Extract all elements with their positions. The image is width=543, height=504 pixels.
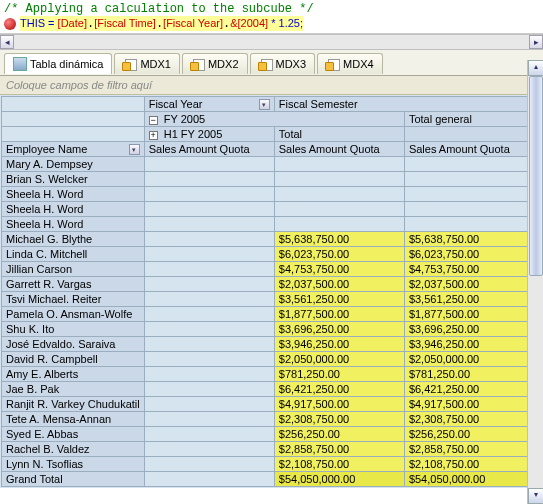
tab-mdx4[interactable]: MDX4 <box>317 53 383 74</box>
code-horizontal-scrollbar[interactable]: ◂ ▸ <box>0 34 543 50</box>
data-cell-total-general[interactable]: $2,858,750.00 <box>404 442 534 457</box>
col-header-h1fy2005[interactable]: + H1 FY 2005 <box>144 127 274 142</box>
data-cell-total-general[interactable]: $4,753,750.00 <box>404 262 534 277</box>
data-cell-total-general[interactable]: $4,917,500.00 <box>404 397 534 412</box>
data-cell-total[interactable]: $4,753,750.00 <box>274 262 404 277</box>
employee-name-cell[interactable]: Shu K. Ito <box>2 322 145 337</box>
col-header-fy2005[interactable]: − FY 2005 <box>144 112 404 127</box>
data-cell-total-general[interactable]: $6,421,250.00 <box>404 382 534 397</box>
data-cell-total[interactable]: $2,037,500.00 <box>274 277 404 292</box>
tab-mdx1[interactable]: MDX1 <box>114 53 180 74</box>
scroll-up-button[interactable]: ▴ <box>528 60 543 76</box>
tab-mdx2[interactable]: MDX2 <box>182 53 248 74</box>
employee-name-cell[interactable]: Mary A. Dempsey <box>2 157 145 172</box>
data-cell-h1[interactable] <box>144 217 274 232</box>
measure-header-1[interactable]: Sales Amount Quota <box>144 142 274 157</box>
dropdown-icon[interactable]: ▾ <box>259 99 270 110</box>
employee-name-cell[interactable]: Michael G. Blythe <box>2 232 145 247</box>
data-cell-h1[interactable] <box>144 262 274 277</box>
vertical-scrollbar[interactable]: ▴ ▾ <box>527 60 543 504</box>
employee-name-cell[interactable]: Brian S. Welcker <box>2 172 145 187</box>
employee-name-cell[interactable]: Lynn N. Tsoflias <box>2 457 145 472</box>
data-cell-total-general[interactable]: $256,250.00 <box>404 427 534 442</box>
scroll-thumb[interactable] <box>529 76 543 276</box>
data-cell-h1[interactable] <box>144 172 274 187</box>
dropdown-icon[interactable]: ▾ <box>129 144 140 155</box>
col-header-fiscal-year[interactable]: Fiscal Year ▾ <box>144 97 274 112</box>
data-cell-total[interactable] <box>274 187 404 202</box>
data-cell-total[interactable]: $6,023,750.00 <box>274 247 404 262</box>
employee-name-cell[interactable]: Sheela H. Word <box>2 202 145 217</box>
data-cell-h1[interactable] <box>144 442 274 457</box>
data-cell-total-general[interactable]: $2,050,000.00 <box>404 352 534 367</box>
data-cell-total[interactable]: $3,946,250.00 <box>274 337 404 352</box>
employee-name-cell[interactable]: Linda C. Mitchell <box>2 247 145 262</box>
data-cell-h1[interactable] <box>144 292 274 307</box>
data-cell-total-general[interactable]: $6,023,750.00 <box>404 247 534 262</box>
data-cell-total-general[interactable]: $2,308,750.00 <box>404 412 534 427</box>
employee-name-cell[interactable]: Sheela H. Word <box>2 217 145 232</box>
data-cell-total[interactable]: $4,917,500.00 <box>274 397 404 412</box>
data-cell-total-general[interactable]: $3,946,250.00 <box>404 337 534 352</box>
employee-name-cell[interactable]: Jae B. Pak <box>2 382 145 397</box>
data-cell-total[interactable]: $781,250.00 <box>274 367 404 382</box>
data-cell-h1[interactable] <box>144 397 274 412</box>
data-cell-h1[interactable] <box>144 187 274 202</box>
data-cell-h1[interactable] <box>144 157 274 172</box>
employee-name-cell[interactable]: Tsvi Michael. Reiter <box>2 292 145 307</box>
employee-name-cell[interactable]: Sheela H. Word <box>2 187 145 202</box>
collapse-icon[interactable]: − <box>149 116 158 125</box>
data-cell-total[interactable] <box>274 202 404 217</box>
data-cell-total[interactable]: $2,050,000.00 <box>274 352 404 367</box>
data-cell-total-general[interactable]: $2,037,500.00 <box>404 277 534 292</box>
scroll-right-button[interactable]: ▸ <box>529 35 543 49</box>
data-cell-h1[interactable] <box>144 247 274 262</box>
data-cell-h1[interactable] <box>144 367 274 382</box>
data-cell-total[interactable] <box>274 217 404 232</box>
row-header-employee-name[interactable]: Employee Name ▾ <box>2 142 145 157</box>
data-cell-total[interactable]: $2,108,750.00 <box>274 457 404 472</box>
data-cell-h1[interactable] <box>144 322 274 337</box>
data-cell-total[interactable]: $6,421,250.00 <box>274 382 404 397</box>
data-cell-total[interactable] <box>274 157 404 172</box>
data-cell-total[interactable]: $3,561,250.00 <box>274 292 404 307</box>
data-cell-total-general[interactable]: $3,696,250.00 <box>404 322 534 337</box>
data-cell-total-general[interactable]: $3,561,250.00 <box>404 292 534 307</box>
data-cell-h1[interactable] <box>144 382 274 397</box>
employee-name-cell[interactable]: Pamela O. Ansman-Wolfe <box>2 307 145 322</box>
data-cell-h1[interactable] <box>144 277 274 292</box>
data-cell-h1[interactable] <box>144 337 274 352</box>
data-cell-total[interactable]: $5,638,750.00 <box>274 232 404 247</box>
measure-header-2[interactable]: Sales Amount Quota <box>274 142 404 157</box>
data-cell-total-general[interactable]: $2,108,750.00 <box>404 457 534 472</box>
data-cell-total-general[interactable]: $781,250.00 <box>404 367 534 382</box>
code-statement[interactable]: THIS = [Date].[Fiscal Time].[Fiscal Year… <box>20 16 303 31</box>
data-cell-total-general[interactable] <box>404 217 534 232</box>
data-cell-total-general[interactable] <box>404 172 534 187</box>
data-cell-total-general[interactable] <box>404 187 534 202</box>
data-cell-total-general[interactable] <box>404 157 534 172</box>
col-header-total[interactable]: Total <box>274 127 404 142</box>
data-cell-h1[interactable] <box>144 457 274 472</box>
tab-mdx3[interactable]: MDX3 <box>250 53 316 74</box>
data-cell-total[interactable]: $2,858,750.00 <box>274 442 404 457</box>
employee-name-cell[interactable]: Tete A. Mensa-Annan <box>2 412 145 427</box>
employee-name-cell[interactable]: José Edvaldo. Saraiva <box>2 337 145 352</box>
data-cell-h1[interactable] <box>144 232 274 247</box>
employee-name-cell[interactable]: Syed E. Abbas <box>2 427 145 442</box>
breakpoint-icon[interactable] <box>4 18 16 30</box>
data-cell-total-general[interactable]: $1,877,500.00 <box>404 307 534 322</box>
scroll-left-button[interactable]: ◂ <box>0 35 14 49</box>
data-cell-total[interactable]: $2,308,750.00 <box>274 412 404 427</box>
data-cell-h1[interactable] <box>144 352 274 367</box>
employee-name-cell[interactable]: David R. Campbell <box>2 352 145 367</box>
data-cell-total[interactable] <box>274 172 404 187</box>
tab-pivot-table[interactable]: Tabla dinámica <box>4 53 112 74</box>
col-header-fiscal-semester[interactable]: Fiscal Semester <box>274 97 534 112</box>
scroll-down-button[interactable]: ▾ <box>528 488 543 504</box>
employee-name-cell[interactable]: Rachel B. Valdez <box>2 442 145 457</box>
data-cell-total[interactable]: $3,696,250.00 <box>274 322 404 337</box>
data-cell-total[interactable]: $1,877,500.00 <box>274 307 404 322</box>
data-cell-total[interactable]: $256,250.00 <box>274 427 404 442</box>
measure-header-3[interactable]: Sales Amount Quota <box>404 142 534 157</box>
